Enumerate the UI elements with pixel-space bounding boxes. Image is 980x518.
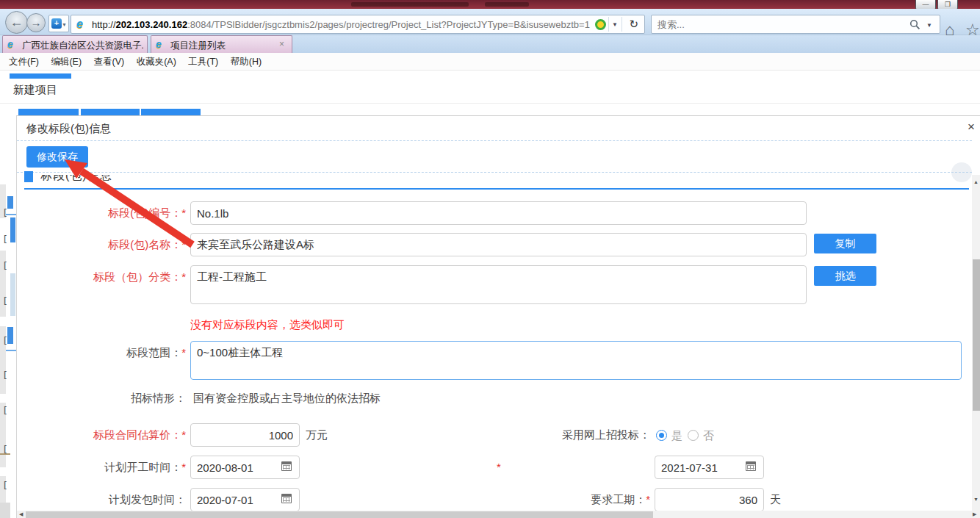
titlebar-text-blur bbox=[351, 2, 469, 7]
field-label-situation: 招标情形： bbox=[17, 386, 186, 410]
background-artifact bbox=[10, 273, 15, 316]
menu-edit[interactable]: 编辑(E) bbox=[46, 56, 86, 68]
dialog-title: 修改标段(包)信息 bbox=[26, 122, 111, 136]
radio-label-yes[interactable]: 是 bbox=[671, 429, 682, 442]
divider bbox=[0, 103, 980, 104]
radio-online-yes[interactable] bbox=[656, 430, 667, 441]
field-label-start-date: 计划开工时间：* bbox=[17, 456, 186, 479]
dialog-close-icon[interactable]: × bbox=[968, 120, 975, 134]
scroll-left-icon[interactable]: ◀ bbox=[19, 511, 23, 517]
background-fragment: [ bbox=[2, 480, 8, 491]
favicon-dropdown[interactable]: + ▼ bbox=[48, 15, 69, 32]
url-text[interactable]: http://202.103.240.162:8084/TPSlBidder/j… bbox=[92, 19, 618, 30]
save-button[interactable]: 修改保存 bbox=[26, 146, 88, 168]
background-fragment: [ bbox=[2, 295, 8, 306]
background-artifact bbox=[10, 217, 15, 242]
background-fragment: [ bbox=[2, 405, 8, 416]
search-icon[interactable] bbox=[909, 19, 920, 30]
field-label-duration: 要求工期：* bbox=[472, 488, 650, 511]
browser-navbar: ← → + ▼ e http://202.103.240.162:8084/TP… bbox=[0, 9, 980, 35]
tab-close-icon[interactable]: × bbox=[279, 39, 284, 49]
page-title: 新建项目 bbox=[13, 83, 57, 97]
compatibility-icon[interactable] bbox=[595, 19, 606, 30]
browser-menubar: 文件(F) 编辑(E) 查看(V) 收藏夹(A) 工具(T) 帮助(H) bbox=[0, 53, 980, 71]
back-icon[interactable]: ← bbox=[5, 11, 28, 34]
scrollbar-thumb[interactable] bbox=[26, 511, 653, 518]
calendar-icon[interactable] bbox=[746, 461, 756, 471]
address-bar[interactable]: e http://202.103.240.162:8084/TPSlBidder… bbox=[71, 15, 645, 34]
site-icon: + bbox=[51, 18, 62, 29]
tab-title: 项目注册列表 bbox=[170, 40, 266, 52]
wizard-tab-stub bbox=[141, 109, 201, 115]
category-textarea[interactable]: 工程-工程施工 bbox=[190, 265, 807, 304]
background-artifact bbox=[7, 327, 13, 344]
menu-file[interactable]: 文件(F) bbox=[4, 56, 43, 68]
wizard-tab-stub bbox=[81, 109, 140, 115]
menu-view[interactable]: 查看(V) bbox=[90, 56, 129, 68]
horizontal-scrollbar[interactable]: ◀ ▶ bbox=[17, 511, 980, 518]
edit-section-dialog: 修改标段(包)信息 × 修改保存 标段(包)信息 标段(包)编号：* 标段(包)… bbox=[16, 115, 980, 518]
background-fragment: [ bbox=[2, 207, 8, 218]
required-mark: * bbox=[497, 456, 501, 479]
refresh-icon[interactable]: ↻ bbox=[629, 18, 638, 31]
divider bbox=[17, 140, 972, 141]
copy-button[interactable]: 复制 bbox=[814, 234, 876, 253]
chevron-down-icon: ▼ bbox=[62, 22, 67, 27]
search-box[interactable]: ▼ bbox=[651, 15, 940, 34]
background-artifact bbox=[0, 453, 10, 455]
situation-value: 国有资金控股或占主导地位的依法招标 bbox=[193, 386, 381, 410]
section-marker bbox=[24, 171, 33, 182]
titlebar-text-blur bbox=[485, 2, 529, 7]
menu-tools[interactable]: 工具(T) bbox=[184, 56, 223, 68]
field-label-award-date: 计划发包时间： bbox=[17, 488, 186, 511]
menu-favorites[interactable]: 收藏夹(A) bbox=[132, 56, 181, 68]
calendar-icon[interactable] bbox=[281, 494, 292, 503]
scroll-right-icon[interactable]: ▶ bbox=[973, 511, 976, 517]
background-fragment: [ bbox=[2, 370, 8, 381]
vertical-scrollbar[interactable]: ▲ ▼ bbox=[972, 175, 980, 511]
ie-logo-icon: e bbox=[156, 38, 162, 50]
field-label-code: 标段(包)编号：* bbox=[17, 201, 186, 225]
background-artifact bbox=[10, 73, 71, 79]
divider bbox=[17, 172, 972, 173]
background-artifact bbox=[6, 350, 16, 351]
scroll-down-icon[interactable]: ▼ bbox=[973, 497, 979, 502]
scroll-up-icon[interactable]: ▲ bbox=[973, 179, 979, 184]
browser-tab-project-list[interactable]: e 项目注册列表 × bbox=[151, 35, 292, 53]
duration-input[interactable] bbox=[655, 488, 764, 511]
field-label-online: 采用网上招投标： bbox=[472, 423, 650, 447]
calendar-icon[interactable] bbox=[281, 461, 292, 471]
section-underline bbox=[24, 188, 969, 190]
scope-textarea[interactable]: 0~100桩主体工程 bbox=[190, 341, 962, 380]
search-input[interactable] bbox=[657, 18, 900, 31]
background-artifact bbox=[6, 214, 16, 215]
background-fragment: [ bbox=[2, 234, 8, 245]
chevron-down-icon[interactable]: ▼ bbox=[926, 22, 932, 29]
code-input[interactable] bbox=[190, 201, 807, 225]
duration-unit: 天 bbox=[770, 488, 781, 511]
browser-tabstrip: e 广西壮族自治区公共资源电子... e 项目注册列表 × bbox=[0, 35, 980, 53]
window-titlebar: — ❐ bbox=[0, 0, 980, 9]
background-fragment: [ bbox=[2, 260, 8, 271]
chevron-down-icon[interactable]: ▼ bbox=[612, 21, 618, 28]
field-label-scope: 标段范围：* bbox=[17, 341, 186, 364]
estimate-input[interactable] bbox=[190, 423, 300, 447]
browser-tab-gxzy[interactable]: e 广西壮族自治区公共资源电子... bbox=[2, 35, 148, 53]
tab-title: 广西壮族自治区公共资源电子... bbox=[22, 40, 143, 52]
ie-logo-icon: e bbox=[7, 38, 13, 50]
background-artifact bbox=[7, 196, 13, 209]
background-artifact bbox=[0, 503, 10, 518]
field-label-name: 标段(包)名称：* bbox=[17, 233, 186, 256]
name-input[interactable] bbox=[190, 233, 807, 256]
forward-icon[interactable]: → bbox=[26, 13, 46, 32]
scrollbar-thumb[interactable] bbox=[973, 259, 980, 411]
section-title: 标段(包)信息 bbox=[40, 175, 112, 185]
field-label-estimate: 标段合同估算价：* bbox=[17, 423, 186, 447]
ie-logo-icon: e bbox=[76, 18, 83, 31]
pick-button[interactable]: 挑选 bbox=[814, 266, 876, 286]
screen: — ❐ ← → + ▼ e http://202.103.240.162:808… bbox=[0, 0, 980, 518]
radio-online-no[interactable] bbox=[688, 430, 699, 441]
menu-help[interactable]: 帮助(H) bbox=[226, 56, 266, 68]
category-hint: 没有对应标段内容，选类似即可 bbox=[190, 318, 345, 332]
radio-label-no[interactable]: 否 bbox=[703, 429, 714, 442]
